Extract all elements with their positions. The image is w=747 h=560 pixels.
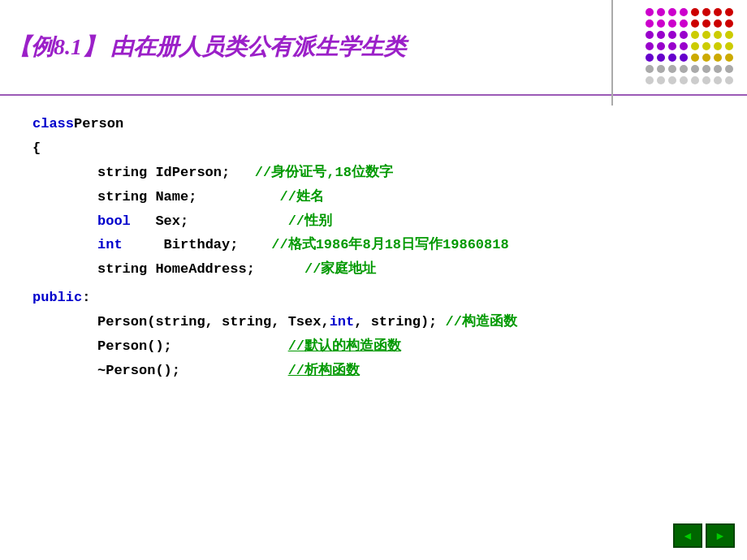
prev-button[interactable]: ◄ — [673, 523, 702, 548]
destructor: ~Person(); //析构函数 — [32, 360, 723, 383]
dot-16 — [646, 31, 654, 39]
member-id: string IdPerson; //身份证号,18位数字 — [32, 162, 723, 185]
dot-grid-decoration — [646, 8, 735, 86]
dot-31 — [725, 42, 733, 50]
dot-10 — [668, 19, 676, 28]
dot-41 — [657, 65, 665, 73]
dot-43 — [680, 65, 688, 73]
dot-48 — [646, 76, 654, 84]
bracket-close: 】 — [82, 34, 105, 59]
member-name: string Name; //姓名 — [32, 186, 723, 209]
dot-52 — [691, 76, 699, 84]
constructor-default: Person(); //默认的构造函数 — [32, 335, 723, 359]
brace-open: { — [32, 137, 723, 161]
dot-2 — [668, 8, 676, 16]
slide-title: 【例8.1】 由在册人员类公有派生学生类 — [8, 32, 637, 62]
dot-14 — [714, 19, 722, 28]
example-number: 例8.1 — [31, 34, 82, 59]
dot-30 — [714, 42, 722, 50]
code-content: class Person { string IdPerson; //身份证号,1… — [0, 96, 747, 400]
dot-38 — [714, 54, 722, 62]
dot-27 — [680, 42, 688, 50]
dot-44 — [691, 65, 699, 73]
dot-5 — [702, 8, 710, 16]
dot-24 — [646, 42, 654, 50]
member-birthday: int Birthday; //格式1986年8月18日写作19860818 — [32, 234, 723, 257]
dot-32 — [646, 54, 654, 62]
dot-1 — [657, 8, 665, 16]
class-name: Person — [74, 113, 123, 136]
public-label: public : — [32, 286, 723, 310]
dot-54 — [714, 76, 722, 84]
dot-4 — [691, 8, 699, 16]
separator-line — [611, 0, 613, 106]
dot-42 — [668, 65, 676, 73]
constructor-full: Person(string, string, Tsex, int , strin… — [32, 311, 723, 334]
dot-21 — [702, 31, 710, 39]
dot-49 — [657, 76, 665, 84]
dot-18 — [668, 31, 676, 39]
dot-50 — [668, 76, 676, 84]
dot-39 — [725, 54, 733, 62]
dot-25 — [657, 42, 665, 50]
dot-26 — [668, 42, 676, 50]
class-declaration: class Person — [32, 113, 723, 136]
dot-51 — [680, 76, 688, 84]
dot-37 — [702, 54, 710, 62]
dot-12 — [691, 19, 699, 28]
dot-20 — [691, 31, 699, 39]
dot-36 — [691, 54, 699, 62]
dot-9 — [657, 19, 665, 28]
nav-buttons: ◄ ► — [673, 523, 735, 548]
dot-29 — [702, 42, 710, 50]
next-button[interactable]: ► — [706, 523, 735, 548]
dot-3 — [680, 8, 688, 16]
dot-45 — [702, 65, 710, 73]
dot-34 — [668, 54, 676, 62]
title-bar: 【例8.1】 由在册人员类公有派生学生类 — [0, 0, 747, 96]
dot-40 — [646, 65, 654, 73]
dot-23 — [725, 31, 733, 39]
dot-13 — [702, 19, 710, 28]
dot-17 — [657, 31, 665, 39]
bracket-open: 【 — [8, 34, 31, 59]
dot-22 — [714, 31, 722, 39]
dot-47 — [725, 65, 733, 73]
dot-8 — [646, 19, 654, 28]
dot-19 — [680, 31, 688, 39]
dot-28 — [691, 42, 699, 50]
dot-53 — [702, 76, 710, 84]
dot-6 — [714, 8, 722, 16]
dot-35 — [680, 54, 688, 62]
dot-0 — [646, 8, 654, 16]
member-sex: bool Sex; //性别 — [32, 210, 723, 234]
class-keyword: class — [32, 113, 74, 136]
dot-55 — [725, 76, 733, 84]
dot-33 — [657, 54, 665, 62]
title-content: 由在册人员类公有派生学生类 — [105, 34, 406, 59]
dot-46 — [714, 65, 722, 73]
dot-11 — [680, 19, 688, 28]
dot-7 — [725, 8, 733, 16]
member-address: string HomeAddress; //家庭地址 — [32, 258, 723, 282]
dot-15 — [725, 19, 733, 28]
